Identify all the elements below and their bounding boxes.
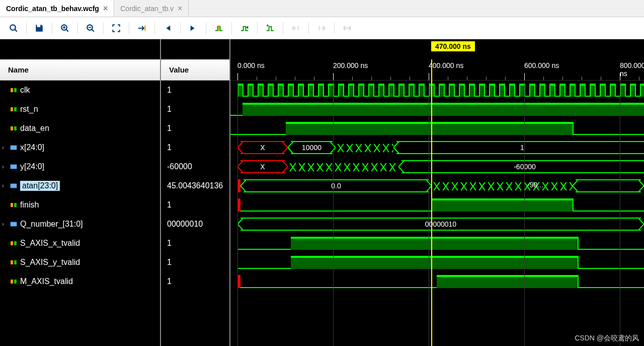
- signal-row[interactable]: ›atan[23:0]: [0, 176, 160, 195]
- svg-rect-32: [11, 280, 13, 284]
- svg-rect-24: [11, 184, 17, 188]
- svg-rect-26: [14, 203, 17, 207]
- close-icon[interactable]: ×: [103, 4, 108, 13]
- name-column[interactable]: Name clkrst_ndata_en›x[24:0]›y[24:0]›ata…: [0, 39, 161, 346]
- signal-row[interactable]: ›x[24:0]: [0, 138, 160, 157]
- signal-name: x[24:0]: [20, 143, 44, 152]
- prev-edge-icon[interactable]: [235, 20, 254, 36]
- wave-row[interactable]: [230, 195, 644, 215]
- wave-row[interactable]: X100001: [230, 138, 644, 157]
- zoom-out-icon[interactable]: [81, 20, 100, 36]
- add-marker-icon[interactable]: [209, 20, 228, 36]
- value-column[interactable]: Value 1111-6000045.004364013610000001011…: [161, 39, 230, 346]
- wave-row[interactable]: [230, 253, 644, 272]
- signal-name: atan[23:0]: [20, 181, 60, 191]
- svg-rect-16: [11, 88, 13, 92]
- svg-rect-31: [14, 260, 17, 264]
- wave-header: 470.000 ns: [230, 39, 644, 59]
- bus-value: 00000010: [240, 218, 641, 231]
- prev-trans-icon[interactable]: [158, 20, 177, 36]
- svg-point-0: [10, 25, 16, 30]
- signal-row[interactable]: rst_n: [0, 100, 160, 119]
- signal-name: M_AXIS_tvalid: [20, 277, 73, 286]
- tab-active[interactable]: Cordic_atan_tb_behav.wcfg ×: [0, 0, 114, 17]
- zoom-in-icon[interactable]: [55, 20, 74, 36]
- value-header[interactable]: Value: [161, 59, 229, 81]
- search-icon[interactable]: [4, 20, 23, 36]
- waveform-area[interactable]: 470.000 ns 0.000 ns200.000 ns400.000 ns6…: [230, 39, 644, 346]
- time-ruler[interactable]: 0.000 ns200.000 ns400.000 ns600.000 ns80…: [230, 59, 644, 81]
- wave-row[interactable]: 0.0-90...: [230, 176, 644, 195]
- tab-bar: Cordic_atan_tb_behav.wcfg × Cordic_atan_…: [0, 0, 644, 17]
- signal-name: Q_number_[31:0]: [20, 220, 83, 229]
- watermark: CSDN @会咬鸢的风: [575, 334, 639, 343]
- signal-value[interactable]: 00000010: [161, 215, 229, 234]
- goto-cursor-icon[interactable]: [132, 20, 151, 36]
- cursor-line[interactable]: [431, 59, 432, 346]
- signal-row[interactable]: ›Q_number_[31:0]: [0, 215, 160, 234]
- bit-icon: [10, 278, 17, 285]
- expand-icon[interactable]: ›: [2, 144, 7, 151]
- wave-row[interactable]: [230, 100, 644, 119]
- wave-row[interactable]: X-60000: [230, 157, 644, 176]
- signal-value[interactable]: 1: [161, 272, 229, 291]
- zoom-fit-icon[interactable]: [107, 20, 126, 36]
- signal-row[interactable]: finish: [0, 195, 160, 215]
- signal-value[interactable]: 1: [161, 195, 229, 215]
- signal-value[interactable]: 1: [161, 100, 229, 119]
- expand-icon[interactable]: ›: [2, 221, 7, 228]
- signal-value[interactable]: 1: [161, 119, 229, 138]
- svg-rect-29: [14, 241, 17, 245]
- bit-icon: [10, 125, 17, 132]
- bus-icon: [10, 221, 17, 228]
- toolbar: +: [0, 17, 644, 39]
- signal-value[interactable]: 1: [161, 234, 229, 253]
- bus-value: [576, 179, 641, 192]
- tick-label: 600.000 ns: [524, 61, 559, 70]
- tick-label: 800.000 ns: [620, 61, 644, 78]
- signal-value[interactable]: 1: [161, 81, 229, 100]
- tab-inactive[interactable]: Cordic_atan_tb.v ×: [114, 0, 189, 17]
- signal-row[interactable]: clk: [0, 81, 160, 100]
- signal-name: clk: [20, 86, 30, 95]
- bit-icon: [10, 259, 17, 266]
- svg-rect-22: [11, 146, 17, 150]
- svg-line-3: [66, 29, 68, 32]
- cursor-time-badge[interactable]: 470.000 ns: [431, 41, 475, 51]
- next-trans-icon[interactable]: [184, 20, 203, 36]
- expand-icon[interactable]: ›: [2, 182, 7, 189]
- svg-rect-25: [11, 203, 13, 207]
- wave-row[interactable]: [230, 272, 644, 291]
- signal-row[interactable]: S_AXIS_x_tvalid: [0, 234, 160, 253]
- signal-name: y[24:0]: [20, 162, 44, 171]
- bit-icon: [10, 201, 17, 209]
- svg-rect-20: [11, 126, 13, 130]
- wave-row[interactable]: [230, 234, 644, 253]
- signal-row[interactable]: ›y[24:0]: [0, 157, 160, 176]
- close-icon[interactable]: ×: [178, 4, 182, 13]
- signal-value[interactable]: -60000: [161, 157, 229, 176]
- wave-row[interactable]: [230, 81, 644, 100]
- swap-left-icon[interactable]: [286, 20, 305, 36]
- signal-value[interactable]: 1: [161, 138, 229, 157]
- signal-value[interactable]: 1: [161, 253, 229, 272]
- signal-row[interactable]: data_en: [0, 119, 160, 138]
- svg-rect-18: [11, 107, 13, 111]
- next-edge-icon[interactable]: +: [261, 20, 280, 36]
- tab-label: Cordic_atan_tb_behav.wcfg: [6, 5, 99, 13]
- save-icon[interactable]: [30, 20, 49, 36]
- wave-row[interactable]: [230, 119, 644, 138]
- svg-rect-21: [14, 126, 17, 130]
- signal-row[interactable]: M_AXIS_tvalid: [0, 272, 160, 291]
- expand-icon[interactable]: ›: [2, 163, 7, 170]
- svg-rect-27: [11, 222, 17, 226]
- wave-row[interactable]: 00000010: [230, 215, 644, 234]
- tab-label: Cordic_atan_tb.v: [120, 5, 174, 13]
- signal-value[interactable]: 45.0043640136: [161, 176, 229, 195]
- name-header[interactable]: Name: [0, 59, 160, 81]
- swap-both-icon[interactable]: [338, 20, 357, 36]
- bus-value: 1: [396, 141, 644, 154]
- swap-right-icon[interactable]: [312, 20, 331, 36]
- bus-value: 10000: [291, 141, 333, 154]
- signal-row[interactable]: S_AXIS_y_tvalid: [0, 253, 160, 272]
